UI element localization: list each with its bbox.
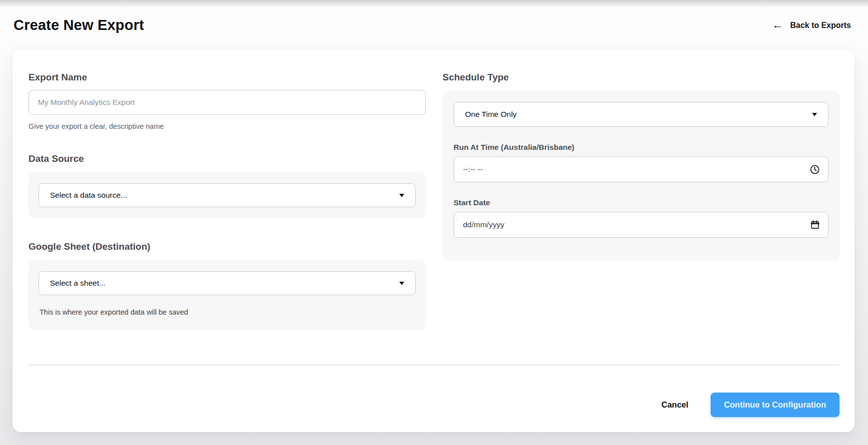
run-at-time-label: Run At Time (Australia/Brisbane) xyxy=(454,143,829,152)
create-export-card: Export Name Give your export a clear, de… xyxy=(12,50,855,432)
run-at-time-group: Run At Time (Australia/Brisbane) --:-- -… xyxy=(454,143,829,182)
schedule-type-heading: Schedule Type xyxy=(443,72,840,83)
clock-icon[interactable] xyxy=(810,164,820,175)
export-name-heading: Export Name xyxy=(28,72,426,83)
google-sheet-heading: Google Sheet (Destination) xyxy=(28,241,426,252)
google-sheet-select-value: Select a sheet... xyxy=(50,279,105,288)
calendar-icon[interactable] xyxy=(810,220,820,230)
google-sheet-help: This is where your exported data will be… xyxy=(39,308,416,319)
chevron-down-icon xyxy=(399,194,404,197)
schedule-type-select-value: One Time Only xyxy=(465,110,517,119)
cancel-button[interactable]: Cancel xyxy=(662,400,689,410)
export-name-help: Give your export a clear, descriptive na… xyxy=(28,122,426,130)
continue-to-configuration-button[interactable]: Continue to Configuration xyxy=(711,393,840,417)
back-to-exports-link[interactable]: ← Back to Exports xyxy=(772,20,851,31)
chevron-down-icon xyxy=(812,113,817,116)
start-date-group: Start Date dd/mm/yyyy xyxy=(454,198,829,238)
google-sheet-select[interactable]: Select a sheet... xyxy=(38,271,416,295)
schedule-type-select[interactable]: One Time Only xyxy=(454,102,829,127)
google-sheet-subcard: Select a sheet... This is where your exp… xyxy=(28,260,426,330)
left-column: Export Name Give your export a clear, de… xyxy=(28,72,426,330)
data-source-heading: Data Source xyxy=(28,153,426,164)
run-at-time-value: --:-- -- xyxy=(463,165,483,174)
page-title: Create New Export xyxy=(13,17,144,33)
data-source-select[interactable]: Select a data source... xyxy=(38,183,416,207)
back-to-exports-label: Back to Exports xyxy=(790,21,851,30)
data-source-select-value: Select a data source... xyxy=(50,191,127,200)
export-name-input[interactable] xyxy=(28,90,426,115)
page-header: Create New Export ← Back to Exports xyxy=(0,0,868,33)
form-body: Export Name Give your export a clear, de… xyxy=(12,50,855,365)
start-date-value: dd/mm/yyyy xyxy=(463,220,505,229)
form-footer: Cancel Continue to Configuration xyxy=(28,365,840,432)
start-date-input[interactable]: dd/mm/yyyy xyxy=(454,212,829,238)
arrow-left-icon: ← xyxy=(772,19,783,30)
schedule-subcard: One Time Only Run At Time (Australia/Bri… xyxy=(443,91,840,261)
right-column: Schedule Type One Time Only Run At Time … xyxy=(443,72,840,261)
data-source-subcard: Select a data source... xyxy=(28,172,426,218)
run-at-time-input[interactable]: --:-- -- xyxy=(454,156,829,182)
chevron-down-icon xyxy=(399,282,404,285)
start-date-label: Start Date xyxy=(454,198,829,207)
